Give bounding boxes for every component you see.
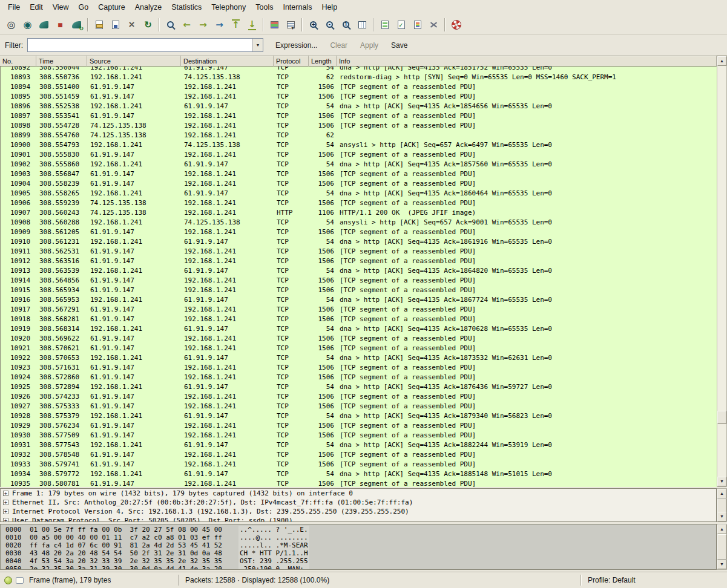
packet-row[interactable]: 10901308.55583061.91.9.147192.168.1.241T… [1, 150, 717, 160]
detail-row[interactable]: Frame 1: 179 bytes on wire (1432 bits), … [1, 489, 716, 498]
column-header-length[interactable]: Length [309, 56, 337, 67]
packet-row[interactable]: 10911308.56253161.91.9.147192.168.1.241T… [1, 247, 717, 256]
packet-row[interactable]: 10926308.57423361.91.9.147192.168.1.241T… [1, 392, 717, 402]
zoom-out-button[interactable] [321, 16, 338, 33]
status-profile[interactable]: Profile: Default [583, 576, 727, 584]
packet-row[interactable]: 10919308.568314192.168.1.24161.91.9.147T… [1, 324, 717, 334]
packet-row[interactable]: 10925308.572894192.168.1.24161.91.9.147T… [1, 382, 717, 392]
expert-info-icon[interactable] [4, 577, 12, 584]
packet-row[interactable]: 10898308.55472874.125.135.138192.168.1.2… [1, 121, 717, 131]
expander-icon[interactable] [3, 518, 8, 522]
details-scroll-up-icon[interactable] [717, 489, 726, 498]
details-scroll-down-icon[interactable] [717, 512, 726, 521]
zoom-in-button[interactable] [305, 16, 321, 33]
hex-scroll-up-icon[interactable] [717, 524, 726, 534]
hex-row[interactable]: 00404f 53 54 3a 20 32 33 39 2e 32 35 35 … [5, 557, 716, 565]
preferences-button[interactable] [426, 16, 442, 33]
list-scroll-up-icon[interactable] [717, 56, 726, 66]
expander-icon[interactable] [3, 500, 8, 505]
packet-row[interactable]: 10927308.57533361.91.9.147192.168.1.241T… [1, 402, 717, 411]
menu-help[interactable]: Help [317, 1, 342, 13]
packet-row[interactable]: 10903308.55684761.91.9.147192.168.1.241T… [1, 169, 717, 179]
hex-row[interactable]: 001000 a5 00 00 40 00 01 11 c7 a2 c0 a8 … [5, 534, 716, 541]
packet-row[interactable]: 10934308.579772192.168.1.24161.91.9.147T… [1, 469, 717, 479]
go-to-packet-button[interactable] [211, 16, 228, 33]
column-header-no[interactable]: No. [0, 56, 36, 67]
packet-row[interactable]: 10912308.56351661.91.9.147192.168.1.241T… [1, 256, 717, 266]
resize-columns-button[interactable] [354, 16, 370, 33]
apply-button[interactable]: Apply [357, 39, 382, 51]
packet-row[interactable]: 10902308.555860192.168.1.24161.91.9.147T… [1, 160, 717, 169]
packet-row[interactable]: 10906308.55923974.125.135.138192.168.1.2… [1, 198, 717, 208]
packet-row[interactable]: 10928308.575379192.168.1.24161.91.9.147T… [1, 411, 717, 421]
packet-row[interactable]: 10910308.561231192.168.1.24161.91.9.147T… [1, 237, 717, 247]
expression-button[interactable]: Expression... [272, 39, 321, 51]
menu-capture[interactable]: Capture [93, 1, 130, 13]
capture-stop-button[interactable] [52, 16, 68, 33]
packet-row[interactable]: 10918308.56828161.91.9.147192.168.1.241T… [1, 315, 717, 324]
open-file-button[interactable] [91, 16, 107, 33]
menu-file[interactable]: File [3, 1, 25, 13]
find-packet-button[interactable] [162, 16, 179, 33]
packet-row[interactable]: 10929308.57623461.91.9.147192.168.1.241T… [1, 421, 717, 431]
details-scroll-thumb[interactable] [717, 498, 726, 513]
filter-input[interactable] [28, 39, 252, 51]
packet-row[interactable]: 10899308.55476074.125.135.138192.168.1.2… [1, 131, 717, 140]
go-to-bottom-button[interactable] [244, 16, 260, 33]
packet-row[interactable]: 10931308.577543192.168.1.24161.91.9.147T… [1, 440, 717, 450]
details-scrollbar[interactable] [717, 488, 727, 522]
packet-row[interactable]: 10897308.55354161.91.9.147192.168.1.241T… [1, 111, 717, 121]
colorize-button[interactable] [266, 16, 283, 33]
hex-scroll-thumb[interactable] [717, 534, 726, 560]
packet-row[interactable]: 10920308.56962261.91.9.147192.168.1.241T… [1, 334, 717, 344]
packet-list-scrollbar[interactable] [717, 56, 727, 487]
column-header-protocol[interactable]: Protocol [274, 56, 309, 67]
packet-row[interactable]: 10933308.57974161.91.9.147192.168.1.241T… [1, 460, 717, 469]
list-interfaces-button[interactable] [3, 16, 19, 33]
expander-icon[interactable] [3, 509, 8, 514]
packet-row[interactable]: 10915308.56593461.91.9.147192.168.1.241T… [1, 286, 717, 295]
packet-row[interactable]: 10921308.57062161.91.9.147192.168.1.241T… [1, 344, 717, 353]
detail-row[interactable]: Internet Protocol Version 4, Src: 192.16… [1, 507, 716, 516]
go-to-top-button[interactable] [228, 16, 244, 33]
detail-row[interactable]: Ethernet II, Src: Antholog_20:27:5f (00:… [1, 498, 716, 507]
auto-scroll-button[interactable] [283, 16, 299, 33]
go-back-button[interactable] [179, 16, 195, 33]
capture-restart-button[interactable] [68, 16, 85, 33]
packet-row[interactable]: 10935308.58078161.91.9.147192.168.1.241T… [1, 479, 717, 487]
display-filters-button[interactable] [393, 16, 409, 33]
packet-row[interactable]: 10914308.56485661.91.9.147192.168.1.241T… [1, 276, 717, 286]
list-scroll-thumb[interactable] [717, 411, 726, 424]
packet-row[interactable]: 10922308.570653192.168.1.24161.91.9.147T… [1, 353, 717, 363]
detail-row[interactable]: User Datagram Protocol, Src Port: 50205 … [1, 516, 716, 522]
column-header-destination[interactable]: Destination [181, 56, 274, 67]
close-file-button[interactable] [123, 16, 140, 33]
packet-row[interactable]: 10923308.57163161.91.9.147192.168.1.241T… [1, 363, 717, 373]
packet-row[interactable]: 10895308.55145961.91.9.147192.168.1.241T… [1, 92, 717, 102]
menu-view[interactable]: View [48, 1, 74, 13]
column-header-info[interactable]: Info [337, 56, 717, 67]
menu-analyze[interactable]: Analyze [130, 1, 166, 13]
menu-internals[interactable]: Internals [278, 1, 317, 13]
packet-row[interactable]: 10908308.560288192.168.1.24174.125.135.1… [1, 218, 717, 227]
packet-row[interactable]: 10892308.550044192.168.1.24161.91.9.147T… [1, 67, 717, 73]
menu-statistics[interactable]: Statistics [166, 1, 206, 13]
reload-button[interactable] [140, 16, 156, 33]
save-button[interactable]: Save [387, 39, 411, 51]
capture-start-button[interactable] [36, 16, 52, 33]
hex-scrollbar[interactable] [717, 524, 727, 570]
column-header-source[interactable]: Source [87, 56, 181, 67]
packet-row[interactable]: 10913308.563539192.168.1.24161.91.9.147T… [1, 266, 717, 276]
save-file-button[interactable] [107, 16, 123, 33]
clear-button[interactable]: Clear [326, 39, 351, 51]
packet-row[interactable]: 10904308.55823961.91.9.147192.168.1.241T… [1, 179, 717, 189]
hex-scroll-down-icon[interactable] [717, 560, 726, 569]
hex-row[interactable]: 000001 00 5e 7f ff fa 00 0b 3f 20 27 5f … [5, 526, 716, 534]
hex-row[interactable]: 003043 48 20 2a 20 48 54 54 50 2f 31 2e … [5, 549, 716, 557]
packet-row[interactable]: 10894308.55140061.91.9.147192.168.1.241T… [1, 82, 717, 92]
packet-row[interactable]: 10909308.56120561.91.9.147192.168.1.241T… [1, 227, 717, 237]
capture-comment-icon[interactable] [16, 577, 24, 584]
expander-icon[interactable] [3, 491, 8, 496]
packet-row[interactable]: 10930308.57750961.91.9.147192.168.1.241T… [1, 431, 717, 440]
packet-row[interactable]: 10905308.558265192.168.1.24161.91.9.147T… [1, 189, 717, 198]
